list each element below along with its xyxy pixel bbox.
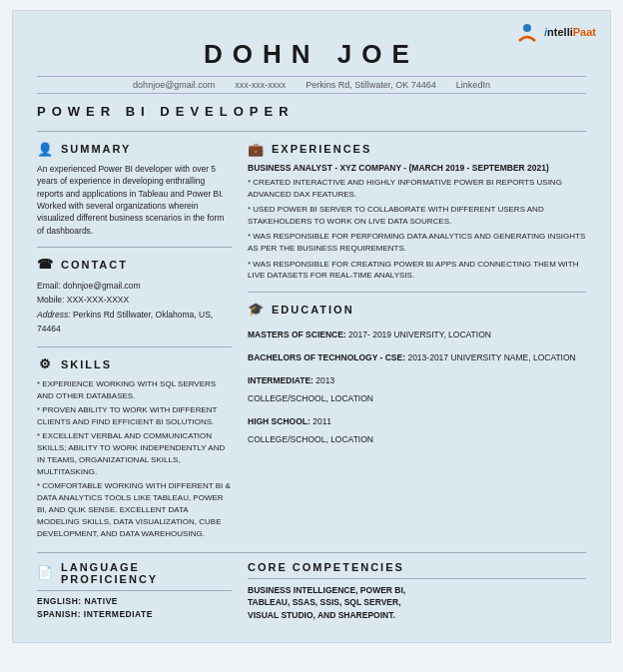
contact-address-row: Address: Perkins Rd Stillwater, Oklahoma… <box>37 308 232 336</box>
core-competencies-label: CORE COMPETENCIES <box>248 561 404 573</box>
contact-bar-linkedin: LinkedIn <box>456 80 490 90</box>
edu-entry-2: BACHELORS OF TECHNOLOGY - CSE: 2013-2017… <box>248 346 586 364</box>
name-section: DOHN JOE <box>37 39 586 70</box>
edu-entry-4: HIGH SCHOOL: 2011COLLEGE/SCHOOL, LOCATIO… <box>248 410 586 446</box>
summary-label: Summary <box>61 143 131 155</box>
contact-bar: dohnjoe@gmail.com xxx-xxx-xxxx Perkins R… <box>37 76 586 94</box>
skills-icon: ⚙ <box>37 355 55 373</box>
bottom-divider <box>37 552 586 553</box>
email-label: Email: <box>37 281 61 291</box>
lang-entry-1: ENGLISH: NATIVE <box>37 596 232 606</box>
contact-icon: ☎ <box>37 256 55 274</box>
contact-bar-email: dohnjoe@gmail.com <box>133 80 215 90</box>
logo-text: intelliPaat <box>544 26 596 38</box>
education-icon: 🎓 <box>248 301 266 319</box>
mobile-label: Mobile: <box>37 295 64 305</box>
lang-entry-2: SPANISH: INTERMEDIATE <box>37 609 232 619</box>
language-header: 📄 LANGUAGE PROFICIENCY <box>37 561 232 585</box>
language-column: 📄 LANGUAGE PROFICIENCY ENGLISH: NATIVE S… <box>37 561 232 622</box>
job-title-bar: POWER BI DEVELOPER <box>37 100 586 123</box>
contact-mobile-row: Mobile: XXX-XXX-XXXX <box>37 293 232 307</box>
summary-icon: 👤 <box>37 140 55 158</box>
intellipaat-logo: intelliPaat <box>513 21 596 43</box>
contact-bar-address: Perkins Rd, Stillwater, OK 74464 <box>306 80 436 90</box>
skills-label: SKILLS <box>61 358 112 370</box>
contact-header: ☎ CONTACT <box>37 256 232 274</box>
summary-divider <box>37 247 232 248</box>
skills-bullet-2: * PROVEN ABILITY TO WORK WITH DIFFERENT … <box>37 404 232 428</box>
core-competencies-column: CORE COMPETENCIES BUSINESS INTELLIGENCE,… <box>248 561 586 622</box>
skills-bullet-3: * EXCELLENT VERBAL AND COMMUNICATION SKI… <box>37 430 232 478</box>
edu-entry-1: MASTERS OF SCIENCE: 2017- 2019 UNIVERSIT… <box>248 324 586 341</box>
education-label: EDUCATION <box>272 304 354 316</box>
contact-email-row: Email: dohnjoe@gmail.com <box>37 279 232 293</box>
contact-info: Email: dohnjoe@gmail.com Mobile: XXX-XXX… <box>37 279 232 336</box>
candidate-name: DOHN JOE <box>37 39 586 70</box>
core-competencies-text: BUSINESS INTELLIGENCE, POWER BI, TABLEAU… <box>248 584 586 622</box>
mobile-value: XXX-XXX-XXXX <box>67 295 129 305</box>
skills-text: * EXPERIENCE WORKING WITH SQL SERVERS AN… <box>37 378 232 540</box>
contact-label: CONTACT <box>61 259 128 271</box>
email-value: dohnjoe@gmail.com <box>63 281 141 291</box>
exp-bullet-3: WAS RESPONSIBLE FOR PERFORMING DATA ANAL… <box>248 231 586 254</box>
skills-bullet-4: * COMFORTABLE WORKING WITH DIFFERENT BI … <box>37 480 232 540</box>
summary-header: 👤 Summary <box>37 140 232 158</box>
core-competencies-header: CORE COMPETENCIES <box>248 561 586 573</box>
title-divider <box>37 131 586 132</box>
exp-bullet-1: CREATED INTERACTIVE AND HIGHLY INFORMATI… <box>248 177 586 200</box>
resume-card: intelliPaat DOHN JOE dohnjoe@gmail.com x… <box>12 10 611 643</box>
left-column: 👤 Summary An experienced Power BI develo… <box>37 140 232 542</box>
contact-bar-phone: xxx-xxx-xxxx <box>235 80 286 90</box>
main-two-col: 👤 Summary An experienced Power BI develo… <box>37 140 586 542</box>
language-divider <box>37 590 232 591</box>
exp-divider <box>248 292 586 293</box>
right-column: 💼 EXPERIENCES BUSINESS ANALYST - XYZ COM… <box>248 140 586 542</box>
edu-entry-3: INTERMEDIATE: 2013COLLEGE/SCHOOL, LOCATI… <box>248 369 586 405</box>
bottom-two-col: 📄 LANGUAGE PROFICIENCY ENGLISH: NATIVE S… <box>37 561 586 622</box>
core-divider <box>248 578 586 579</box>
svg-point-0 <box>523 24 531 32</box>
experiences-header: 💼 EXPERIENCES <box>248 140 586 158</box>
experiences-icon: 💼 <box>248 140 266 158</box>
contact-divider <box>37 346 232 347</box>
education-header: 🎓 EDUCATION <box>248 301 586 319</box>
summary-text: An experienced Power BI developer with o… <box>37 163 232 237</box>
experiences-label: EXPERIENCES <box>272 143 371 155</box>
exp-bullet-2: USED POWER BI SERVER TO COLLABORATE WITH… <box>248 204 586 227</box>
exp-bullet-4: WAS RESPONSIBLE FOR CREATING POWER BI AP… <box>248 259 586 282</box>
language-label: LANGUAGE PROFICIENCY <box>61 561 232 585</box>
skills-header: ⚙ SKILLS <box>37 355 232 373</box>
job-title: BUSINESS ANALYST - XYZ COMPANY - (MARCH … <box>248 163 586 173</box>
address-label: Address: <box>37 310 71 320</box>
skills-bullet-1: * EXPERIENCE WORKING WITH SQL SERVERS AN… <box>37 378 232 402</box>
logo-figure-icon <box>513 21 541 43</box>
language-icon: 📄 <box>37 564 55 582</box>
